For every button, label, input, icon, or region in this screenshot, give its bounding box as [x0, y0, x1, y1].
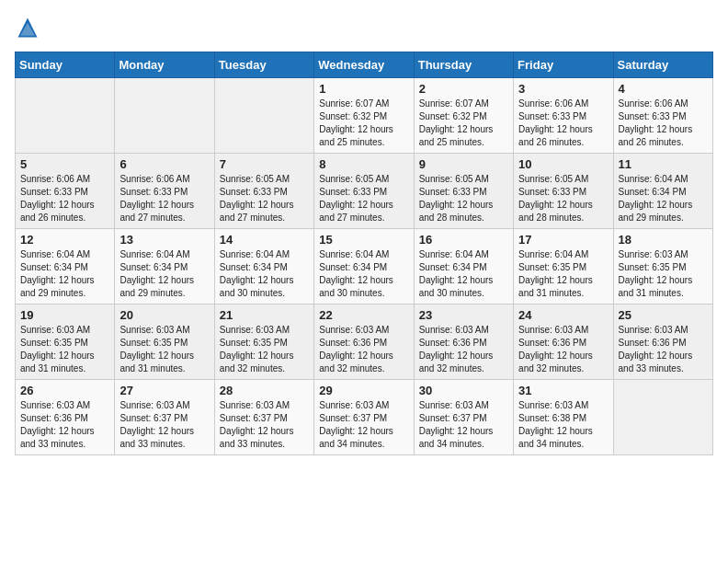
calendar-cell: 21Sunrise: 6:03 AM Sunset: 6:35 PM Dayli…	[214, 304, 313, 380]
day-info: Sunrise: 6:04 AM Sunset: 6:34 PM Dayligh…	[419, 248, 508, 300]
day-number: 14	[220, 233, 309, 247]
calendar-cell: 5Sunrise: 6:06 AM Sunset: 6:33 PM Daylig…	[16, 154, 115, 229]
logo	[15, 15, 44, 40]
day-info: Sunrise: 6:06 AM Sunset: 6:33 PM Dayligh…	[119, 173, 209, 224]
day-number: 20	[119, 308, 209, 322]
calendar-cell: 12Sunrise: 6:04 AM Sunset: 6:34 PM Dayli…	[16, 229, 115, 304]
calendar-cell: 2Sunrise: 6:07 AM Sunset: 6:32 PM Daylig…	[414, 78, 513, 154]
day-number: 16	[419, 233, 508, 247]
day-info: Sunrise: 6:03 AM Sunset: 6:37 PM Dayligh…	[220, 399, 309, 451]
day-number: 18	[619, 233, 708, 247]
day-number: 4	[619, 82, 708, 96]
day-number: 6	[119, 157, 209, 171]
calendar-cell: 10Sunrise: 6:05 AM Sunset: 6:33 PM Dayli…	[514, 154, 613, 229]
calendar-cell: 30Sunrise: 6:03 AM Sunset: 6:37 PM Dayli…	[414, 380, 513, 455]
day-info: Sunrise: 6:07 AM Sunset: 6:32 PM Dayligh…	[319, 98, 408, 149]
calendar-cell: 4Sunrise: 6:06 AM Sunset: 6:33 PM Daylig…	[613, 78, 712, 154]
day-info: Sunrise: 6:04 AM Sunset: 6:34 PM Dayligh…	[20, 248, 109, 300]
calendar-cell: 3Sunrise: 6:06 AM Sunset: 6:33 PM Daylig…	[514, 78, 613, 154]
calendar-cell	[613, 380, 712, 455]
calendar-cell: 1Sunrise: 6:07 AM Sunset: 6:32 PM Daylig…	[314, 78, 414, 154]
weekday-header-row: SundayMondayTuesdayWednesdayThursdayFrid…	[16, 52, 713, 78]
day-info: Sunrise: 6:06 AM Sunset: 6:33 PM Dayligh…	[619, 98, 708, 149]
day-number: 21	[220, 308, 309, 322]
day-number: 25	[619, 308, 708, 322]
day-info: Sunrise: 6:05 AM Sunset: 6:33 PM Dayligh…	[220, 173, 309, 224]
calendar-cell: 27Sunrise: 6:03 AM Sunset: 6:37 PM Dayli…	[115, 380, 214, 455]
day-number: 22	[319, 308, 408, 322]
weekday-header-saturday: Saturday	[613, 52, 712, 78]
calendar-cell	[214, 78, 313, 154]
week-row-4: 26Sunrise: 6:03 AM Sunset: 6:36 PM Dayli…	[16, 380, 713, 455]
day-number: 9	[419, 157, 508, 171]
day-number: 28	[220, 384, 309, 397]
weekday-header-thursday: Thursday	[414, 52, 513, 78]
calendar-cell: 25Sunrise: 6:03 AM Sunset: 6:36 PM Dayli…	[613, 304, 712, 380]
weekday-header-sunday: Sunday	[16, 52, 115, 78]
day-number: 17	[518, 233, 608, 247]
day-number: 29	[319, 384, 408, 397]
day-number: 11	[619, 157, 708, 171]
calendar-cell: 11Sunrise: 6:04 AM Sunset: 6:34 PM Dayli…	[613, 154, 712, 229]
day-number: 26	[20, 384, 109, 397]
calendar-cell: 16Sunrise: 6:04 AM Sunset: 6:34 PM Dayli…	[414, 229, 513, 304]
day-number: 7	[220, 157, 309, 171]
day-info: Sunrise: 6:05 AM Sunset: 6:33 PM Dayligh…	[419, 173, 508, 224]
day-info: Sunrise: 6:03 AM Sunset: 6:36 PM Dayligh…	[319, 324, 408, 375]
weekday-header-monday: Monday	[115, 52, 214, 78]
day-info: Sunrise: 6:04 AM Sunset: 6:34 PM Dayligh…	[220, 248, 309, 300]
calendar-cell: 9Sunrise: 6:05 AM Sunset: 6:33 PM Daylig…	[414, 154, 513, 229]
day-info: Sunrise: 6:03 AM Sunset: 6:35 PM Dayligh…	[119, 324, 209, 375]
calendar-cell: 23Sunrise: 6:03 AM Sunset: 6:36 PM Dayli…	[414, 304, 513, 380]
calendar-cell	[16, 78, 115, 154]
day-number: 1	[319, 82, 408, 96]
calendar-cell: 29Sunrise: 6:03 AM Sunset: 6:37 PM Dayli…	[314, 380, 414, 455]
week-row-1: 5Sunrise: 6:06 AM Sunset: 6:33 PM Daylig…	[16, 154, 713, 229]
day-number: 13	[119, 233, 209, 247]
day-number: 10	[518, 157, 608, 171]
calendar-cell: 20Sunrise: 6:03 AM Sunset: 6:35 PM Dayli…	[115, 304, 214, 380]
day-info: Sunrise: 6:04 AM Sunset: 6:34 PM Dayligh…	[319, 248, 408, 300]
day-number: 24	[518, 308, 608, 322]
day-number: 3	[518, 82, 608, 96]
day-number: 12	[20, 233, 109, 247]
day-number: 5	[20, 157, 109, 171]
calendar-cell: 7Sunrise: 6:05 AM Sunset: 6:33 PM Daylig…	[214, 154, 313, 229]
day-info: Sunrise: 6:03 AM Sunset: 6:35 PM Dayligh…	[619, 248, 708, 300]
calendar-cell: 14Sunrise: 6:04 AM Sunset: 6:34 PM Dayli…	[214, 229, 313, 304]
calendar-table: SundayMondayTuesdayWednesdayThursdayFrid…	[15, 52, 713, 455]
day-info: Sunrise: 6:03 AM Sunset: 6:36 PM Dayligh…	[419, 324, 508, 375]
calendar-cell: 15Sunrise: 6:04 AM Sunset: 6:34 PM Dayli…	[314, 229, 414, 304]
weekday-header-friday: Friday	[514, 52, 613, 78]
day-info: Sunrise: 6:04 AM Sunset: 6:34 PM Dayligh…	[619, 173, 708, 224]
day-info: Sunrise: 6:03 AM Sunset: 6:36 PM Dayligh…	[518, 324, 608, 375]
day-info: Sunrise: 6:03 AM Sunset: 6:38 PM Dayligh…	[518, 399, 608, 451]
calendar-cell: 31Sunrise: 6:03 AM Sunset: 6:38 PM Dayli…	[514, 380, 613, 455]
week-row-3: 19Sunrise: 6:03 AM Sunset: 6:35 PM Dayli…	[16, 304, 713, 380]
day-info: Sunrise: 6:03 AM Sunset: 6:35 PM Dayligh…	[220, 324, 309, 375]
calendar-cell: 28Sunrise: 6:03 AM Sunset: 6:37 PM Dayli…	[214, 380, 313, 455]
day-info: Sunrise: 6:03 AM Sunset: 6:37 PM Dayligh…	[319, 399, 408, 451]
day-number: 27	[119, 384, 209, 397]
day-info: Sunrise: 6:07 AM Sunset: 6:32 PM Dayligh…	[419, 98, 508, 149]
day-number: 19	[20, 308, 109, 322]
day-info: Sunrise: 6:03 AM Sunset: 6:37 PM Dayligh…	[119, 399, 209, 451]
page-header	[15, 15, 713, 40]
calendar-cell: 8Sunrise: 6:05 AM Sunset: 6:33 PM Daylig…	[314, 154, 414, 229]
day-info: Sunrise: 6:03 AM Sunset: 6:37 PM Dayligh…	[419, 399, 508, 451]
day-number: 8	[319, 157, 408, 171]
calendar-cell: 22Sunrise: 6:03 AM Sunset: 6:36 PM Dayli…	[314, 304, 414, 380]
calendar-cell: 17Sunrise: 6:04 AM Sunset: 6:35 PM Dayli…	[514, 229, 613, 304]
day-info: Sunrise: 6:03 AM Sunset: 6:35 PM Dayligh…	[20, 324, 109, 375]
weekday-header-wednesday: Wednesday	[314, 52, 414, 78]
calendar-cell: 18Sunrise: 6:03 AM Sunset: 6:35 PM Dayli…	[613, 229, 712, 304]
day-number: 23	[419, 308, 508, 322]
calendar-cell: 26Sunrise: 6:03 AM Sunset: 6:36 PM Dayli…	[16, 380, 115, 455]
day-number: 15	[319, 233, 408, 247]
calendar-cell: 13Sunrise: 6:04 AM Sunset: 6:34 PM Dayli…	[115, 229, 214, 304]
day-number: 30	[419, 384, 508, 397]
week-row-2: 12Sunrise: 6:04 AM Sunset: 6:34 PM Dayli…	[16, 229, 713, 304]
day-info: Sunrise: 6:03 AM Sunset: 6:36 PM Dayligh…	[20, 399, 109, 451]
day-info: Sunrise: 6:06 AM Sunset: 6:33 PM Dayligh…	[518, 98, 608, 149]
calendar-cell: 24Sunrise: 6:03 AM Sunset: 6:36 PM Dayli…	[514, 304, 613, 380]
